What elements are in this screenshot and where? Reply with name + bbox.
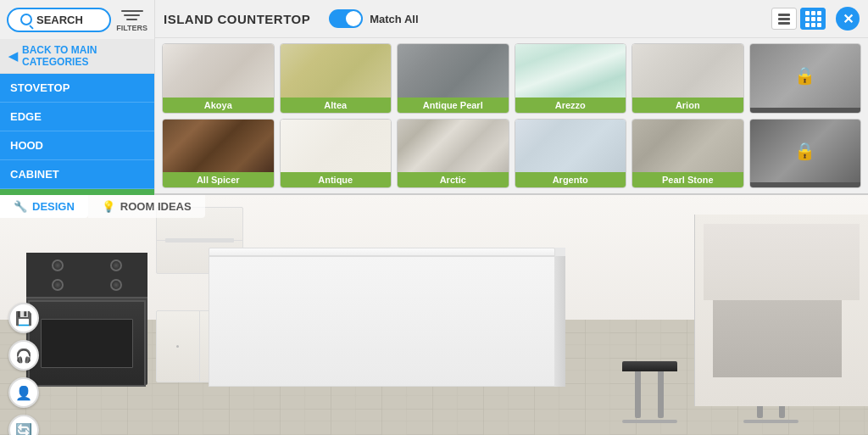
stool-1 (622, 361, 677, 423)
kitchen-scene-panel: 🔧 DESIGN 💡 ROOM IDEAS (0, 195, 868, 435)
tile-all-spicer-image (163, 120, 274, 173)
content-header: ISLAND COUNTERTOP Match All (155, 0, 868, 38)
island-countertop (209, 248, 556, 387)
tile-arctic[interactable]: Arctic (397, 119, 509, 189)
tab-design[interactable]: 🔧 DESIGN (0, 195, 88, 218)
refresh-button[interactable]: 🔄 (8, 415, 39, 435)
search-icon (20, 14, 32, 25)
tab-room-ideas[interactable]: 💡 ROOM IDEAS (88, 195, 205, 218)
burner-1 (52, 259, 64, 271)
lock-icon-1: 🔒 (794, 65, 815, 86)
room-ideas-tab-label: ROOM IDEAS (120, 200, 192, 213)
back-arrow-icon: ◀ (8, 49, 18, 63)
tile-arion-label: Arion (632, 98, 743, 113)
tile-antique2-image (281, 120, 392, 173)
bottom-tabs: 🔧 DESIGN 💡 ROOM IDEAS (0, 195, 205, 218)
list-view-button[interactable] (771, 8, 797, 30)
tile-antique2[interactable]: Antique (280, 119, 392, 189)
filters-label: FILTERS (116, 24, 147, 32)
tile-arctic-image (398, 120, 509, 173)
match-all-toggle[interactable]: Match All (329, 9, 418, 28)
tile-locked-1-image: 🔒 (750, 44, 861, 108)
search-button[interactable]: SEARCH (7, 8, 111, 32)
save-button[interactable]: 💾 (8, 303, 39, 333)
sidebar: SEARCH FILTERS ◀ BACK TO MAIN CATEGORIES… (0, 0, 155, 193)
burner-4 (110, 279, 122, 291)
sidebar-item-edge[interactable]: EDGE (0, 103, 154, 131)
tile-arezzo-label: Arezzo (515, 98, 626, 113)
tile-argento-image (515, 120, 626, 173)
tile-all-spicer-label: All Spicer (163, 172, 274, 187)
tile-locked-1[interactable]: 🔒 (749, 43, 862, 114)
tile-locked-1-label (750, 108, 861, 113)
tile-locked-2-label (750, 182, 861, 187)
stove (26, 253, 147, 385)
tile-argento-label: Argento (515, 172, 626, 187)
tile-akoya-label: Akoya (163, 98, 274, 113)
match-all-label: Match All (370, 13, 418, 25)
headset-icon: 🎧 (15, 348, 32, 364)
back-label: BACK TO MAIN CATEGORIES (22, 44, 146, 68)
main-content: ISLAND COUNTERTOP Match All (155, 0, 868, 193)
grid-view-icon (805, 11, 821, 27)
tile-pearl-stone-label: Pearl Stone (632, 172, 743, 187)
sidebar-item-stovetop[interactable]: STOVETOP (0, 74, 154, 103)
tile-locked-2-image: 🔒 (750, 120, 861, 183)
tiles-grid: Akoya Altea Antique Pearl Arezzo Arion (155, 38, 868, 193)
tile-pearl-stone[interactable]: Pearl Stone (632, 119, 744, 189)
tile-akoya-image (163, 44, 274, 98)
tile-altea-image (281, 44, 392, 98)
tile-locked-2[interactable]: 🔒 (749, 119, 862, 189)
toggle-switch[interactable] (329, 9, 363, 28)
tile-altea[interactable]: Altea (280, 43, 392, 114)
tile-antique-pearl[interactable]: Antique Pearl (397, 43, 509, 114)
toggle-knob (346, 11, 361, 26)
action-buttons: 💾 🎧 👤 🔄 (8, 303, 39, 435)
burner-3 (52, 279, 64, 291)
refresh-icon: 🔄 (15, 422, 32, 435)
search-label: SEARCH (36, 14, 83, 26)
tile-pearl-stone-image (632, 120, 743, 173)
tile-antique2-label: Antique (281, 172, 392, 187)
tile-akoya[interactable]: Akoya (162, 43, 275, 114)
tile-arion[interactable]: Arion (632, 43, 744, 114)
tile-arctic-label: Arctic (398, 172, 509, 187)
filters-button[interactable]: FILTERS (116, 7, 147, 32)
save-icon: 💾 (15, 310, 32, 326)
lock-icon-2: 🔒 (794, 141, 815, 161)
person-icon: 👤 (15, 385, 32, 401)
filters-icon (121, 7, 143, 24)
sidebar-item-cabinet[interactable]: CABINET (0, 160, 154, 189)
tile-arezzo[interactable]: Arezzo (515, 43, 627, 114)
room-ideas-tab-icon: 💡 (102, 200, 115, 213)
tile-antique-pearl-label: Antique Pearl (398, 98, 509, 113)
kitchen-visualization (0, 195, 868, 435)
close-button[interactable]: ✕ (836, 7, 860, 31)
back-to-main-button[interactable]: ◀ BACK TO MAIN CATEGORIES (0, 39, 154, 74)
design-tab-icon: 🔧 (14, 200, 27, 213)
tile-arezzo-image (515, 44, 626, 98)
oven-door (28, 300, 146, 386)
tile-antique-pearl-image (398, 44, 509, 98)
account-button[interactable]: 👤 (8, 377, 39, 408)
tile-altea-label: Altea (281, 98, 392, 113)
tile-argento[interactable]: Argento (515, 119, 627, 189)
grid-view-button[interactable] (800, 8, 826, 30)
living-area (694, 215, 868, 406)
tile-all-spicer[interactable]: All Spicer (162, 119, 275, 189)
tile-arion-image (632, 44, 743, 98)
section-title: ISLAND COUNTERTOP (164, 12, 310, 26)
sidebar-item-hood[interactable]: HOOD (0, 131, 154, 160)
burner-2 (110, 259, 122, 271)
view-toggles (771, 8, 826, 30)
design-tab-label: DESIGN (32, 200, 75, 213)
support-button[interactable]: 🎧 (8, 340, 39, 371)
list-view-icon (778, 14, 790, 25)
